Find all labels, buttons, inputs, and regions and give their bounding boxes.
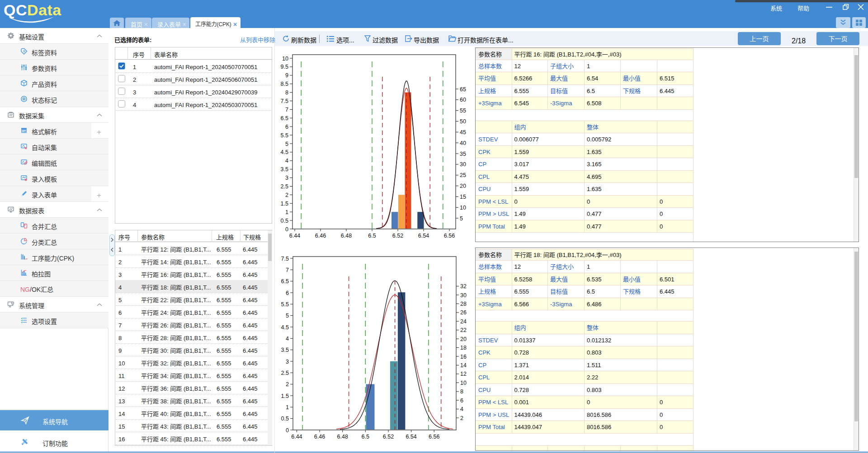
svg-text:6.48: 6.48 — [341, 231, 352, 239]
svg-text:26: 26 — [460, 308, 467, 316]
svg-text:30: 30 — [460, 290, 467, 299]
svg-text:4.5: 4.5 — [281, 322, 289, 331]
svg-text:8.5: 8.5 — [281, 79, 288, 88]
svg-text:60: 60 — [460, 95, 466, 103]
svg-text:12: 12 — [460, 369, 467, 378]
svg-text:1.5: 1.5 — [281, 199, 288, 207]
svg-text:6.54: 6.54 — [418, 231, 429, 239]
svg-text:14: 14 — [460, 360, 467, 369]
svg-text:1: 1 — [286, 402, 289, 411]
svg-text:0.5: 0.5 — [281, 216, 288, 224]
svg-text:6.46: 6.46 — [315, 231, 326, 239]
svg-text:10: 10 — [460, 378, 467, 387]
svg-text:6.5: 6.5 — [368, 231, 376, 239]
svg-text:2.5: 2.5 — [281, 182, 288, 190]
svg-text:10: 10 — [460, 203, 466, 211]
svg-text:4: 4 — [286, 334, 289, 342]
svg-text:4.5: 4.5 — [281, 147, 288, 156]
svg-text:6.5: 6.5 — [281, 113, 288, 122]
svg-text:5.5: 5.5 — [281, 131, 288, 139]
svg-text:24: 24 — [460, 317, 467, 325]
svg-text:6.52: 6.52 — [392, 231, 403, 239]
svg-text:32: 32 — [460, 281, 467, 290]
svg-text:50: 50 — [460, 117, 466, 125]
svg-text:6: 6 — [285, 122, 288, 131]
svg-text:CPK: CPK — [25, 257, 28, 260]
svg-text:45: 45 — [460, 127, 466, 136]
svg-text:18: 18 — [460, 343, 467, 351]
svg-text:7: 7 — [285, 105, 288, 113]
svg-text:6.5: 6.5 — [362, 432, 369, 440]
svg-text:9: 9 — [285, 70, 288, 79]
svg-text:20: 20 — [460, 334, 467, 343]
svg-text:16: 16 — [460, 352, 467, 360]
svg-text:25: 25 — [460, 170, 466, 179]
svg-text:1.5: 1.5 — [281, 391, 289, 400]
svg-text:7.5: 7.5 — [281, 96, 288, 105]
svg-text:20: 20 — [460, 181, 466, 190]
svg-text:3: 3 — [285, 173, 288, 182]
svg-text:6.44: 6.44 — [291, 432, 302, 440]
svg-text:1: 1 — [285, 207, 288, 216]
svg-text:35: 35 — [460, 149, 466, 158]
svg-text:6.56: 6.56 — [444, 231, 455, 239]
svg-text:2: 2 — [285, 190, 288, 199]
svg-text:0: 0 — [286, 425, 289, 434]
svg-text:2.5: 2.5 — [281, 368, 289, 377]
svg-text:0: 0 — [285, 224, 288, 233]
svg-text:65: 65 — [460, 84, 466, 93]
svg-text:6.46: 6.46 — [314, 432, 325, 440]
svg-text:4: 4 — [460, 404, 463, 413]
svg-text:3: 3 — [286, 357, 289, 365]
svg-text:8: 8 — [285, 88, 288, 96]
svg-text:7.5: 7.5 — [281, 254, 289, 262]
svg-text:3.5: 3.5 — [281, 345, 289, 354]
svg-text:6: 6 — [286, 288, 289, 297]
svg-text:2: 2 — [286, 379, 289, 388]
svg-text:0.5: 0.5 — [281, 414, 289, 422]
svg-text:5: 5 — [285, 139, 288, 148]
svg-text:2: 2 — [460, 413, 463, 422]
svg-text:55: 55 — [460, 106, 466, 114]
svg-text:6.5: 6.5 — [281, 276, 289, 285]
svg-text:6.52: 6.52 — [383, 432, 394, 440]
svg-text:6.56: 6.56 — [429, 432, 439, 440]
svg-text:7: 7 — [286, 265, 289, 274]
svg-text:5: 5 — [286, 311, 289, 319]
svg-text:40: 40 — [460, 138, 466, 147]
svg-text:8: 8 — [460, 387, 463, 395]
svg-text:3.5: 3.5 — [281, 164, 288, 173]
svg-text:6.54: 6.54 — [406, 432, 416, 440]
svg-text:5: 5 — [460, 214, 463, 222]
svg-text:28: 28 — [460, 299, 467, 308]
svg-text:5.5: 5.5 — [281, 299, 289, 308]
svg-text:6: 6 — [460, 396, 463, 404]
svg-text:15: 15 — [460, 192, 466, 201]
svg-text:4: 4 — [285, 156, 288, 164]
svg-text:30: 30 — [460, 159, 466, 168]
svg-text:10: 10 — [282, 54, 288, 62]
svg-text:6.48: 6.48 — [337, 432, 348, 440]
svg-text:6.44: 6.44 — [289, 231, 300, 239]
svg-text:9.5: 9.5 — [281, 62, 288, 70]
svg-text:22: 22 — [460, 325, 467, 334]
